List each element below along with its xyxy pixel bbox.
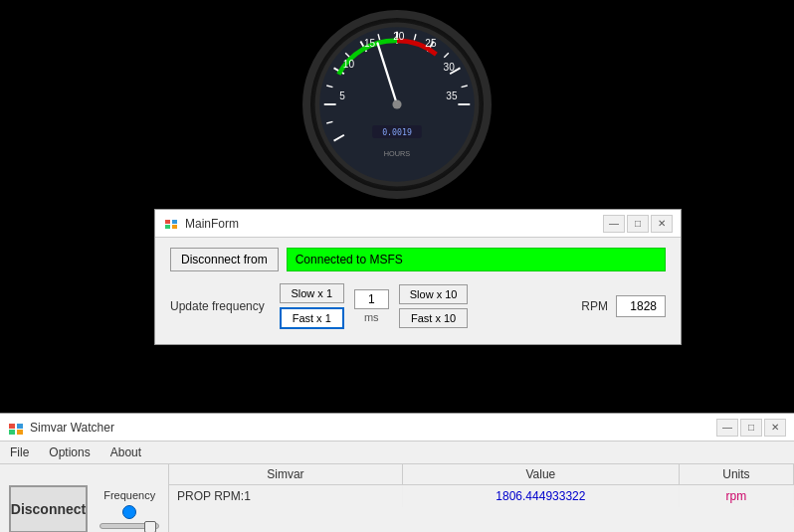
- svg-text:35: 35: [446, 90, 458, 101]
- simvar-table: Simvar Value Units PROP RPM:1 1806.44493…: [169, 464, 794, 507]
- mainform-window: MainForm — □ ✕ Disconnect from Connected…: [154, 209, 682, 345]
- svg-text:HOURS: HOURS: [384, 149, 411, 158]
- titlebar-controls: — □ ✕: [603, 215, 673, 233]
- freq-slider[interactable]: [99, 523, 159, 529]
- connection-status: Connected to MSFS: [287, 248, 666, 271]
- update-frequency-label: Update frequency: [170, 299, 265, 313]
- black-panel-left: [0, 209, 154, 418]
- simvar-titlebar-controls: — □ ✕: [716, 419, 786, 437]
- simvar-maximize-button[interactable]: □: [740, 419, 762, 437]
- simvar-menubar: File Options About: [0, 442, 794, 464]
- svg-text:25: 25: [425, 38, 437, 49]
- simvar-body: Disconnect Frequency Simvar Value Units: [0, 464, 794, 532]
- disconnect-from-button[interactable]: Disconnect from: [170, 248, 279, 271]
- black-panel-right: [682, 209, 794, 418]
- svg-text:30: 30: [444, 62, 456, 73]
- simvar-titlebar-left: Simvar Watcher: [8, 420, 114, 436]
- freq-slider-thumb: [144, 521, 156, 532]
- menu-file[interactable]: File: [4, 443, 35, 461]
- svg-rect-29: [165, 220, 170, 224]
- svg-rect-35: [9, 430, 15, 435]
- freq-slider-container: [99, 523, 159, 529]
- svg-rect-36: [17, 430, 23, 435]
- svg-rect-31: [165, 225, 170, 229]
- svg-rect-30: [172, 220, 177, 224]
- menu-about[interactable]: About: [104, 443, 147, 461]
- rpm-label: RPM: [581, 299, 608, 313]
- maximize-button[interactable]: □: [627, 215, 649, 233]
- freq-buttons-right: Slow x 10 Fast x 10: [399, 284, 469, 328]
- gauge-area: 5 10 15 20 25 30 35 0.0019 HOURS: [0, 0, 794, 209]
- simvar-icon: [8, 420, 24, 436]
- svg-text:10: 10: [343, 59, 355, 70]
- simvar-cell-name: PROP RPM:1: [169, 485, 402, 508]
- connection-row: Disconnect from Connected to MSFS: [170, 248, 666, 271]
- svg-text:15: 15: [364, 38, 376, 49]
- simvar-title: Simvar Watcher: [30, 421, 114, 435]
- frequency-row: Update frequency Slow x 1 Fast x 1 ms Sl…: [170, 283, 666, 329]
- mainform-titlebar: MainForm — □ ✕: [155, 210, 681, 238]
- freq-input[interactable]: [354, 289, 389, 309]
- svg-text:0.0019: 0.0019: [382, 127, 412, 137]
- simvar-left-panel: Disconnect Frequency: [0, 464, 169, 532]
- titlebar-left: MainForm: [163, 216, 239, 232]
- mainform-title: MainForm: [185, 217, 239, 231]
- fast-x10-button[interactable]: Fast x 10: [399, 308, 469, 328]
- slow-x1-button[interactable]: Slow x 1: [280, 283, 344, 303]
- svg-rect-32: [172, 225, 177, 229]
- freq-unit: ms: [364, 311, 379, 323]
- disconnect-button[interactable]: Disconnect: [9, 485, 88, 532]
- simvar-minimize-button[interactable]: —: [716, 419, 738, 437]
- rpm-area: RPM 1828: [581, 295, 666, 317]
- svg-rect-34: [17, 424, 23, 429]
- svg-point-25: [392, 99, 401, 108]
- simvar-cell-units: rpm: [679, 485, 793, 508]
- svg-text:5: 5: [339, 90, 345, 101]
- simvar-titlebar: Simvar Watcher — □ ✕: [0, 414, 794, 442]
- svg-text:20: 20: [393, 31, 405, 42]
- minimize-button[interactable]: —: [603, 215, 625, 233]
- slow-x10-button[interactable]: Slow x 10: [399, 284, 469, 304]
- rpm-gauge: 5 10 15 20 25 30 35 0.0019 HOURS: [302, 10, 492, 199]
- freq-buttons-left: Slow x 1 Fast x 1: [280, 283, 344, 329]
- frequency-indicator-dot: [122, 505, 136, 519]
- simvar-watcher-window: Simvar Watcher — □ ✕ File Options About …: [0, 413, 794, 532]
- svg-rect-33: [9, 424, 15, 429]
- col-value: Value: [402, 464, 679, 485]
- simvar-close-button[interactable]: ✕: [764, 419, 786, 437]
- col-simvar: Simvar: [169, 464, 402, 485]
- close-button[interactable]: ✕: [651, 215, 673, 233]
- mainform-icon: [163, 216, 179, 232]
- frequency-label: Frequency: [103, 489, 155, 501]
- frequency-section: Frequency: [99, 489, 159, 529]
- simvar-cell-value: 1806.444933322: [402, 485, 679, 508]
- col-units: Units: [679, 464, 793, 485]
- fast-x1-button[interactable]: Fast x 1: [280, 307, 344, 329]
- simvar-table-area: Simvar Value Units PROP RPM:1 1806.44493…: [169, 464, 794, 532]
- mainform-content: Disconnect from Connected to MSFS Update…: [155, 238, 681, 344]
- table-row: PROP RPM:1 1806.444933322 rpm: [169, 485, 794, 508]
- rpm-value: 1828: [616, 295, 666, 317]
- freq-value-area: ms: [354, 289, 389, 323]
- menu-options[interactable]: Options: [43, 443, 96, 461]
